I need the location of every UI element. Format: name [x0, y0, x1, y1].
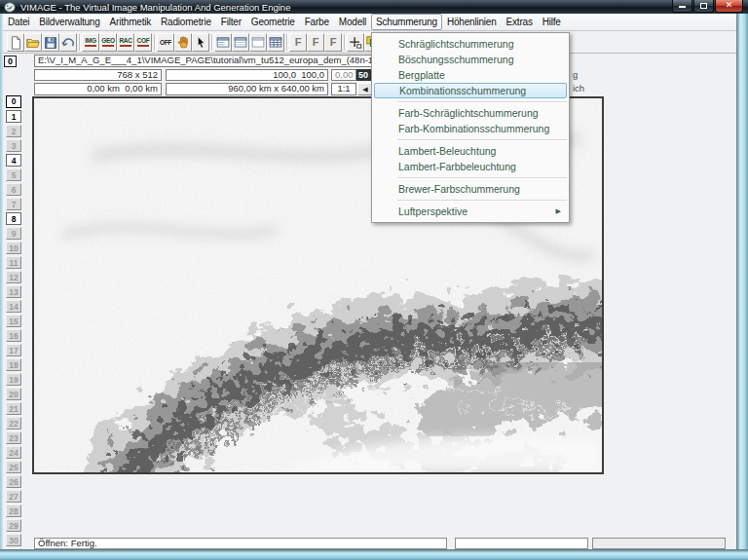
menubar-item-geometrie[interactable]: Geometrie	[246, 14, 300, 30]
image-slot-3[interactable]: 3	[6, 139, 21, 152]
menu-item-kombinationsschummerung[interactable]: Kombinationsschummerung	[374, 83, 567, 98]
img-tool-button[interactable]: IMG	[82, 33, 99, 52]
table-lines-button[interactable]	[232, 33, 249, 52]
rac-tool-label: RAC	[119, 38, 131, 44]
menu-item-lambert-farbbeleuchtung[interactable]: Lambert-Farbbeleuchtung	[372, 159, 569, 174]
menu-item-schr-glichtschummerung[interactable]: Schräglichtschummerung	[372, 36, 569, 52]
image-slot-6[interactable]: 6	[6, 183, 21, 196]
menubar-item-schummerung[interactable]: Schummerung	[371, 14, 442, 30]
menubar-item-modell[interactable]: Modell	[334, 14, 371, 30]
new-document-button[interactable]	[7, 33, 24, 52]
image-slot-13[interactable]: 13	[6, 285, 21, 298]
image-slot-23[interactable]: 23	[6, 431, 21, 444]
maximize-icon	[700, 3, 707, 9]
titlebar[interactable]: VIMAGE - The Virtual Image Manipulation …	[0, 0, 748, 14]
f-tool-button[interactable]: F	[307, 33, 324, 52]
save-button[interactable]	[42, 33, 59, 52]
geo-tool-button[interactable]: GEO	[99, 33, 117, 52]
menu-item-bergplatte[interactable]: Bergplatte	[372, 67, 569, 83]
menubar-item-radiometrie[interactable]: Radiometrie	[156, 14, 216, 30]
cof-tool-button[interactable]: COF	[134, 33, 152, 52]
image-slot-26[interactable]: 26	[6, 475, 21, 488]
new-document-icon	[8, 35, 23, 51]
status-message-field: Öffnen: Fertig.	[34, 538, 447, 550]
window-title: VIMAGE - The Virtual Image Manipulation …	[20, 2, 290, 13]
window-border-left	[0, 14, 3, 560]
menubar-item-h-henlinien[interactable]: Höhenlinien	[442, 14, 502, 30]
origin-field[interactable]: 0,00 km 0,00 km	[34, 83, 162, 95]
close-button[interactable]: ✕	[715, 0, 743, 13]
window-border-bottom	[0, 549, 748, 560]
minimize-button[interactable]	[672, 0, 692, 13]
image-slot-12[interactable]: 12	[6, 271, 21, 283]
image-slot-8[interactable]: 8	[6, 212, 21, 225]
image-slot-0[interactable]: 0	[6, 95, 21, 108]
image-slot-29[interactable]: 29	[6, 519, 21, 532]
menubar-item-arithmetik[interactable]: Arithmetik	[105, 14, 156, 30]
table-grid-button[interactable]	[267, 33, 284, 52]
menubar-item-hilfe[interactable]: Hilfe	[538, 14, 566, 30]
menu-item-luftperspektive[interactable]: Luftperspektive▶	[372, 204, 569, 219]
image-slot-9[interactable]: 9	[6, 227, 21, 240]
image-slot-19[interactable]: 19	[6, 373, 21, 386]
zoom-ratio-field[interactable]: 1:1	[331, 83, 356, 95]
min-value-field[interactable]: 0,00	[331, 69, 356, 82]
tool-underline	[85, 45, 96, 47]
menubar-item-filter[interactable]: Filter	[216, 14, 246, 30]
image-slot-16[interactable]: 16	[6, 329, 21, 342]
image-slot-30[interactable]: 30	[6, 534, 21, 546]
menubar-item-extras[interactable]: Extras	[502, 14, 538, 30]
open-folder-button[interactable]	[24, 33, 42, 52]
image-slot-1[interactable]: 1	[6, 110, 21, 123]
image-slot-11[interactable]: 11	[6, 256, 21, 269]
maximize-button[interactable]	[693, 0, 714, 13]
table-rows-button[interactable]	[214, 33, 232, 52]
image-slot-20[interactable]: 20	[6, 388, 21, 400]
resolution-field[interactable]: 100,0 100,0	[166, 69, 328, 82]
image-slot-14[interactable]: 14	[6, 300, 21, 313]
image-slot-24[interactable]: 24	[6, 446, 21, 459]
menu-item-lambert-beleuchtung[interactable]: Lambert-Beleuchtung	[372, 143, 569, 159]
hand-icon	[175, 35, 191, 51]
undo-button[interactable]	[59, 33, 77, 52]
current-slot-field[interactable]: 0	[4, 56, 17, 68]
menu-item-farb-schr-glichtschummerung[interactable]: Farb-Schräglichtschummerung	[372, 105, 569, 121]
off-tool-button[interactable]: OFF	[157, 33, 174, 52]
menubar-item-datei[interactable]: Datei	[3, 14, 34, 30]
hand-button[interactable]	[174, 33, 192, 52]
crosshair-button[interactable]	[347, 33, 364, 52]
image-slot-10[interactable]: 10	[6, 242, 21, 254]
image-slot-2[interactable]: 2	[6, 125, 21, 137]
menubar-item-bildverwaltung[interactable]: Bildverwaltung	[34, 14, 104, 30]
toolbar-separator	[152, 33, 157, 52]
f-tool-button[interactable]: F	[289, 33, 307, 52]
image-slot-22[interactable]: 22	[6, 417, 21, 429]
menu-item-farb-kombinationsschummerung[interactable]: Farb-Kombinationsschummerung	[372, 121, 569, 136]
status-field-2	[455, 538, 588, 550]
f-tool-button[interactable]: F	[324, 33, 342, 52]
tool-underline	[137, 45, 149, 47]
menu-item-b-schungsschummerung[interactable]: Böschungsschummerung	[372, 52, 569, 67]
menu-separator	[372, 174, 569, 181]
image-slot-25[interactable]: 25	[6, 461, 21, 473]
image-slot-4[interactable]: 4	[6, 154, 21, 167]
image-slot-7[interactable]: 7	[6, 198, 21, 210]
image-slot-18[interactable]: 18	[6, 358, 21, 371]
pointer-button[interactable]	[192, 33, 209, 52]
menubar-item-farbe[interactable]: Farbe	[300, 14, 334, 30]
image-size-field[interactable]: 768 x 512	[34, 69, 162, 82]
close-icon: ✕	[726, 0, 733, 10]
image-slot-17[interactable]: 17	[6, 344, 21, 356]
rac-tool-button[interactable]: RAC	[117, 33, 134, 52]
image-slot-5[interactable]: 5	[6, 168, 21, 181]
image-slot-15[interactable]: 15	[6, 315, 21, 327]
extent-field[interactable]: 960,00 km x 640,00 km	[166, 83, 328, 95]
menu-item-brewer-farbschummerung[interactable]: Brewer-Farbschummerung	[372, 181, 569, 197]
image-slot-31[interactable]: 31	[6, 548, 21, 549]
f-tool-label: F	[295, 37, 302, 48]
image-slot-28[interactable]: 28	[6, 504, 21, 517]
image-slot-21[interactable]: 21	[6, 402, 21, 415]
image-slot-27[interactable]: 27	[6, 490, 21, 503]
table-plain-button[interactable]	[249, 33, 267, 52]
f-tool-label: F	[330, 37, 337, 48]
